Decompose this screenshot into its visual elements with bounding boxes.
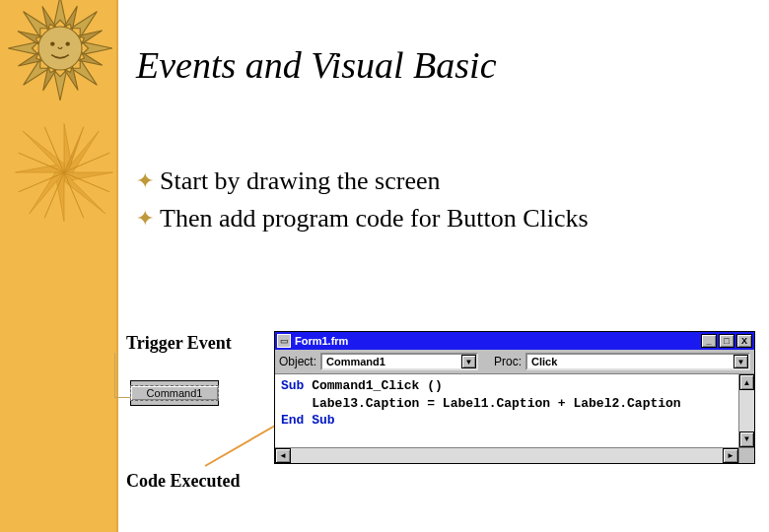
svg-marker-6: [8, 41, 38, 54]
minimize-button[interactable]: _: [701, 334, 717, 348]
starburst-decoration: [10, 118, 118, 227]
proc-combo-value: Click: [527, 356, 734, 367]
code-area: Sub Command1_Click () Label3.Caption = L…: [275, 373, 754, 447]
scroll-corner: [738, 448, 754, 463]
close-button[interactable]: X: [736, 334, 752, 348]
vertical-scrollbar[interactable]: ▲ ▼: [738, 374, 754, 447]
code-window: ▭ Form1.frm _ □ X Object: Command1 ▼ Pro…: [274, 331, 755, 464]
bullet-list: ✦ Start by drawing the screen ✦ Then add…: [136, 163, 589, 236]
bullet-text: Then add program code for Button Clicks: [160, 200, 589, 237]
command1-button-label: Command1: [130, 385, 220, 401]
svg-point-18: [66, 41, 70, 45]
slide-title: Events and Visual Basic: [136, 43, 497, 87]
slide: Events and Visual Basic ✦ Start by drawi…: [0, 0, 769, 532]
code-line: Label3.Caption = Label1.Caption + Label2…: [281, 396, 681, 411]
bullet-item: ✦ Start by drawing the screen: [136, 163, 589, 200]
window-icon: ▭: [277, 334, 291, 348]
chevron-down-icon[interactable]: ▼: [461, 355, 476, 368]
bullet-text: Start by drawing the screen: [160, 163, 440, 200]
scroll-left-icon[interactable]: ◄: [275, 448, 291, 463]
keyword: Sub: [281, 378, 304, 393]
svg-marker-0: [53, 0, 66, 27]
window-title: Form1.frm: [295, 335, 699, 347]
selector-row: Object: Command1 ▼ Proc: Click ▼: [275, 350, 754, 373]
code-text[interactable]: Sub Command1_Click () Label3.Caption = L…: [275, 374, 738, 447]
svg-marker-2: [82, 41, 112, 54]
svg-marker-4: [53, 70, 66, 100]
code-executed-label: Code Executed: [126, 471, 241, 492]
bullet-icon: ✦: [136, 170, 154, 192]
scroll-right-icon[interactable]: ►: [723, 448, 738, 463]
object-combo[interactable]: Command1 ▼: [320, 353, 478, 370]
trigger-event-label: Trigger Event: [126, 333, 232, 354]
object-combo-value: Command1: [322, 356, 461, 367]
sun-decoration: [6, 0, 114, 102]
scroll-up-icon[interactable]: ▲: [739, 374, 754, 390]
proc-label: Proc:: [494, 355, 522, 368]
scroll-track[interactable]: [739, 390, 754, 432]
code-frag: Command1_Click (): [304, 378, 442, 393]
keyword: End Sub: [281, 413, 335, 428]
object-label: Object:: [279, 355, 316, 368]
titlebar[interactable]: ▭ Form1.frm _ □ X: [275, 332, 754, 350]
scroll-track[interactable]: [291, 448, 723, 463]
maximize-button[interactable]: □: [719, 334, 734, 348]
scroll-down-icon[interactable]: ▼: [739, 432, 754, 447]
bullet-item: ✦ Then add program code for Button Click…: [136, 200, 589, 237]
svg-point-17: [50, 41, 54, 45]
proc-combo[interactable]: Click ▼: [525, 353, 750, 370]
horizontal-scrollbar[interactable]: ◄ ►: [275, 447, 754, 463]
command1-button[interactable]: Command1: [130, 380, 219, 406]
bullet-icon: ✦: [136, 208, 154, 230]
chevron-down-icon[interactable]: ▼: [734, 355, 748, 368]
